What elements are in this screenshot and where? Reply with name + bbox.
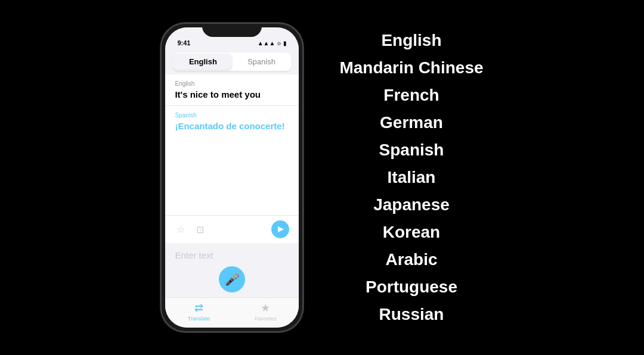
favorites-icon: ★ <box>261 301 270 314</box>
translation-lang-label: Spanish <box>175 112 289 119</box>
text-input[interactable]: Enter text <box>175 250 289 260</box>
translate-icon: ⇄ <box>194 301 203 314</box>
battery-icon: ▮ <box>283 40 287 46</box>
copy-icon[interactable]: ⊡ <box>194 223 206 235</box>
favorites-tab-label: Favorites <box>255 316 277 322</box>
language-item-russian: Russian <box>379 302 444 327</box>
bottom-tab-favorites[interactable]: ★ Favorites <box>232 301 299 322</box>
favorite-icon[interactable]: ☆ <box>175 223 187 235</box>
input-area: Enter text 🎤 <box>165 243 299 297</box>
language-list: EnglishMandarin ChineseFrenchGermanSpani… <box>339 28 483 327</box>
action-row: ☆ ⊡ <box>165 215 299 243</box>
wifi-icon: ⌾ <box>277 40 281 46</box>
language-item-mandarin-chinese: Mandarin Chinese <box>339 55 483 80</box>
language-item-japanese: Japanese <box>373 192 450 217</box>
mic-button[interactable]: 🎤 <box>219 266 245 292</box>
bottom-tab-translate[interactable]: ⇄ Translate <box>165 301 232 322</box>
status-icons: ▲▲▲ ⌾ ▮ <box>258 40 287 46</box>
signal-icon: ▲▲▲ <box>258 40 275 46</box>
source-lang-label: English <box>175 80 289 87</box>
source-text: It's nice to meet you <box>175 89 289 101</box>
status-time: 9:41 <box>177 39 190 46</box>
language-item-french: French <box>383 83 439 108</box>
phone-notch <box>202 24 262 37</box>
play-triangle-icon <box>278 226 284 232</box>
tab-english[interactable]: English <box>174 54 232 70</box>
action-icons-left: ☆ ⊡ <box>175 223 206 235</box>
translate-tab-label: Translate <box>188 316 210 322</box>
phone-screen: 9:41 ▲▲▲ ⌾ ▮ English Spanish <box>165 27 299 328</box>
mic-icon: 🎤 <box>225 272 240 287</box>
translation-area: English It's nice to meet you Spanish ¡E… <box>165 74 299 243</box>
language-item-spanish: Spanish <box>379 138 444 163</box>
language-tabs: English Spanish <box>172 52 292 71</box>
scene: 9:41 ▲▲▲ ⌾ ▮ English Spanish <box>0 0 644 355</box>
tab-spanish[interactable]: Spanish <box>232 54 290 70</box>
play-button[interactable] <box>271 220 289 238</box>
language-item-korean: Korean <box>383 220 440 245</box>
source-section: English It's nice to meet you <box>165 74 299 106</box>
bottom-tabs: ⇄ Translate ★ Favorites <box>165 297 299 328</box>
phone-mockup: 9:41 ▲▲▲ ⌾ ▮ English Spanish <box>160 23 304 332</box>
language-item-italian: Italian <box>388 165 436 190</box>
language-item-portuguese: Portuguese <box>366 275 457 300</box>
translation-text: ¡Encantado de conocerte! <box>175 120 289 132</box>
language-item-english: English <box>381 28 441 53</box>
translation-section: Spanish ¡Encantado de conocerte! <box>165 106 299 216</box>
language-item-german: German <box>380 110 443 135</box>
language-item-arabic: Arabic <box>385 247 437 272</box>
